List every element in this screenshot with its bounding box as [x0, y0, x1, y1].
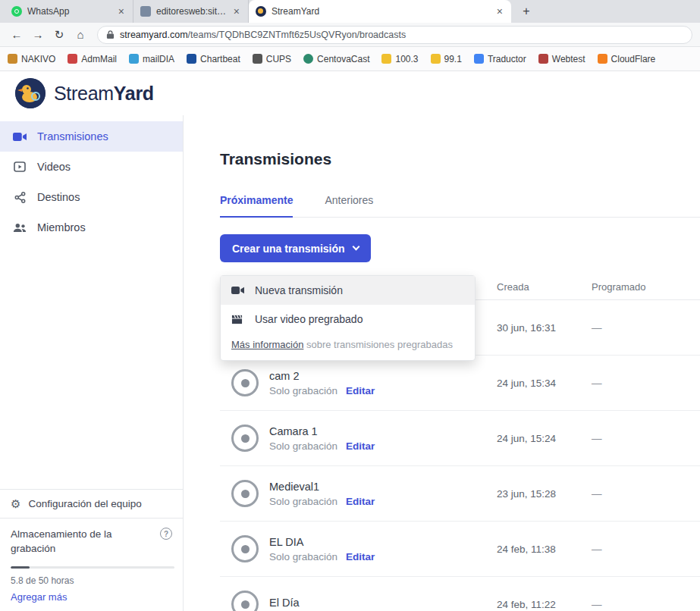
add-more-link[interactable]: Agregar más [11, 591, 67, 603]
table-row[interactable]: EL DIA Solo grabaciónEditar 24 feb, 11:3… [220, 522, 700, 577]
bookmark-label: 99.1 [444, 54, 462, 64]
bookmark-centovacast[interactable]: CentovaCast [303, 54, 369, 64]
bookmark-admmail[interactable]: AdmMail [67, 54, 117, 64]
sidebar-item-miembros[interactable]: Miembros [0, 212, 183, 243]
team-settings-button[interactable]: ⚙ Configuración del equipo [0, 489, 183, 518]
menu-item-nueva-transmision[interactable]: Nueva transmisión [221, 276, 475, 305]
bookmark-label: Chartbeat [200, 54, 240, 64]
clapperboard-icon [231, 314, 245, 325]
lightning-icon [431, 54, 441, 64]
record-icon [231, 369, 259, 396]
app-header: StreamYard [0, 71, 700, 115]
record-icon [231, 591, 259, 611]
bookmark-favicon-icon [67, 54, 77, 64]
close-tab-icon[interactable]: × [117, 6, 126, 17]
browser-toolbar: ← → ↻ ⌂ streamyard.com/teams/TQDhBC9ZNTm… [0, 23, 700, 47]
bookmark-traductor[interactable]: Traductor [474, 54, 526, 64]
edit-link[interactable]: Editar [346, 440, 375, 452]
bookmark-label: 100.3 [395, 54, 418, 64]
bookmark-favicon-icon [474, 54, 484, 64]
browser-tab-streamyard[interactable]: StreamYard × [249, 0, 511, 23]
video-camera-icon [12, 132, 27, 142]
tab-anteriores[interactable]: Anteriores [325, 194, 373, 217]
bookmark-label: NAKIVO [21, 54, 55, 64]
create-broadcast-dropdown: Nueva transmisión Usar video pregrabado … [220, 275, 476, 361]
broadcast-type: Solo grabación [269, 385, 337, 396]
edit-link[interactable]: Editar [346, 385, 375, 396]
address-bar[interactable]: streamyard.com/teams/TQDhBC9ZNTmft6z5UsQ… [97, 26, 692, 44]
bookmark-maildia[interactable]: mailDIA [129, 54, 174, 64]
close-tab-icon[interactable]: × [232, 6, 241, 17]
scheduled-at: — [592, 378, 700, 389]
tab-title: StreamYard [272, 6, 490, 17]
sidebar-item-destinos[interactable]: Destinos [0, 182, 183, 212]
record-icon [231, 480, 259, 507]
storage-usage-text: 5.8 de 50 horas [11, 575, 172, 586]
home-button[interactable]: ⌂ [71, 26, 89, 44]
sidebar: Transmisiones Videos Destinos Miembros [0, 115, 184, 611]
video-camera-icon [231, 286, 245, 295]
sidebar-item-transmisiones[interactable]: Transmisiones [0, 121, 183, 152]
broadcast-name: cam 2 [269, 370, 375, 382]
whatsapp-favicon-icon [11, 6, 22, 17]
storage-label: Almacenamiento de la grabación [11, 528, 138, 556]
scheduled-at: — [592, 433, 700, 444]
table-row[interactable]: Medieval1 Solo grabaciónEditar 23 jun, 1… [220, 466, 700, 522]
lightning-icon [381, 54, 391, 64]
table-row[interactable]: Camara 1 Solo grabaciónEditar 24 jun, 15… [220, 411, 700, 466]
sidebar-item-label: Miembros [37, 221, 86, 233]
bookmark-label: Traductor [488, 54, 526, 64]
reload-button[interactable]: ↻ [50, 26, 68, 44]
scheduled-at: — [592, 488, 700, 500]
broadcast-type: Solo grabación [269, 496, 337, 507]
created-at: 30 jun, 16:31 [497, 322, 592, 334]
forward-button[interactable]: → [29, 26, 47, 44]
url-domain: streamyard.com [120, 30, 188, 40]
browser-tab-strip: WhatsApp × editoresweb:sitioweb:eldia.co… [0, 0, 700, 23]
cloud-icon [598, 54, 607, 64]
broadcast-name: Camara 1 [269, 425, 375, 437]
bookmark-100-3[interactable]: 100.3 [381, 54, 418, 64]
back-button[interactable]: ← [8, 26, 26, 44]
browser-tab-eldia[interactable]: editoresweb:sitioweb:eldia.co × [133, 0, 249, 23]
tab-proximamente[interactable]: Próximamente [220, 194, 293, 218]
close-tab-icon[interactable]: × [495, 6, 504, 17]
menu-item-video-pregrabado[interactable]: Usar video pregrabado [221, 305, 475, 334]
create-broadcast-button[interactable]: Crear una transmisión [220, 234, 371, 262]
menu-item-label: Usar video pregrabado [255, 313, 363, 325]
more-info-link[interactable]: Más información [231, 339, 303, 350]
scheduled-at: — [592, 544, 700, 555]
people-icon [12, 223, 27, 233]
share-icon [12, 192, 27, 203]
created-at: 23 jun, 15:28 [497, 488, 592, 500]
sidebar-item-videos[interactable]: Videos [0, 152, 183, 182]
eldia-favicon-icon [140, 6, 151, 17]
browser-window: WhatsApp × editoresweb:sitioweb:eldia.co… [0, 0, 700, 611]
browser-tab-whatsapp[interactable]: WhatsApp × [5, 0, 133, 23]
bookmark-label: AdmMail [81, 54, 117, 64]
scheduled-at: — [592, 599, 700, 610]
sidebar-bottom-section: ⚙ Configuración del equipo Almacenamient… [0, 489, 183, 611]
bookmark-cups[interactable]: CUPS [253, 54, 291, 64]
bookmark-label: CentovaCast [317, 54, 369, 64]
bookmark-favicon-icon [8, 54, 17, 64]
bookmark-chartbeat[interactable]: Chartbeat [187, 54, 240, 64]
bookmark-nakivo[interactable]: NAKIVO [8, 54, 55, 64]
bookmark-label: CUPS [266, 54, 291, 64]
bookmark-cloudflare[interactable]: CloudFlare [598, 54, 656, 64]
chevron-down-icon [352, 243, 359, 251]
team-settings-label: Configuración del equipo [28, 498, 141, 509]
created-at: 24 feb, 11:38 [497, 544, 592, 555]
table-row[interactable]: El Día 24 feb, 11:22 — [220, 577, 700, 611]
help-icon[interactable]: ? [160, 528, 172, 540]
bookmark-webtest[interactable]: Webtest [538, 54, 585, 64]
bookmark-99-1[interactable]: 99.1 [431, 54, 462, 64]
edit-link[interactable]: Editar [346, 551, 375, 562]
dropdown-info-text: Más información sobre transmisiones preg… [221, 334, 475, 360]
new-tab-button[interactable]: + [517, 2, 535, 20]
table-row[interactable]: cam 2 Solo grabaciónEditar 24 jun, 15:34… [220, 356, 700, 411]
edit-link[interactable]: Editar [346, 496, 375, 507]
record-icon [231, 425, 259, 452]
broadcast-name: El Día [269, 597, 300, 609]
scheduled-at: — [592, 322, 700, 334]
